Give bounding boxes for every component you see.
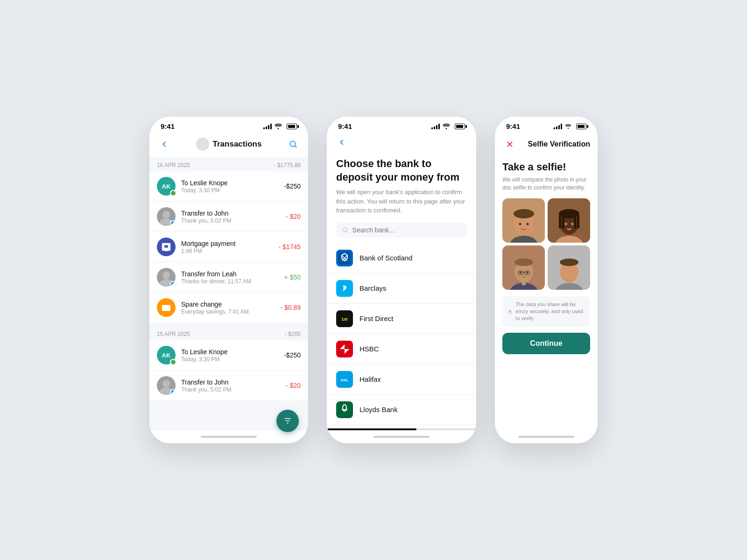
list-item[interactable]: Lloyds Bank [327,395,476,425]
transaction-name: To Leslie Knope [181,179,278,187]
svg-rect-5 [164,245,168,248]
transaction-info: Spare change Everyday savings, 7:41 AM [181,301,275,315]
transaction-name: To Leslie Knope [181,348,278,356]
time-display-1: 9:41 [161,122,175,130]
transaction-amount: - $1745 [279,243,301,251]
avatar-badge [170,389,176,395]
transaction-desc: 1:46 PM [181,248,273,254]
avatar-card-2 [548,198,590,243]
page-title-1: Transactions [213,140,262,149]
bank-list: Bank of Scotland Barclays [327,243,476,428]
transaction-desc: Everyday savings, 7:41 AM [181,308,275,315]
transaction-name: Transfer from Leah [181,270,279,278]
search-input[interactable] [352,226,461,234]
wifi-icon-3 [565,124,571,129]
transaction-list-1: AK To Leslie Knope Today, 3:30 PM -$250 [149,171,308,322]
list-item[interactable]: HAL Halifax [327,364,476,395]
avatar [157,268,176,287]
security-notice: The data you share will be encry securel… [502,296,590,327]
bank-logo-firstdirect: 1st [336,310,353,327]
nav-back-2 [327,133,476,150]
selfie-subtitle: We will compare the photo in your doc se… [502,176,590,192]
bank-logo-barclays [336,280,353,297]
continue-button[interactable]: Continue [502,333,590,354]
section-header-2: 15 APR 2025 - $265 [149,326,308,340]
bank-chooser-title: Choose the bank to deposit your money fr… [336,157,467,184]
svg-point-6 [162,272,170,279]
svg-point-43 [514,209,534,218]
selfie-main-title: Take a selfie! [502,161,590,173]
svg-point-60 [514,259,533,266]
phone-bank-chooser: 9:41 [327,117,476,443]
svg-text:HAL: HAL [341,378,349,382]
selfie-title: Selfie Verification [528,140,590,148]
signal-icon-3 [554,124,562,129]
status-icons-2 [431,124,465,129]
avatar: AK [157,177,176,196]
nav-header-1: Transactions [149,133,308,157]
signal-icon [263,124,272,129]
bank-logo-hsbc [336,341,353,357]
list-item[interactable]: Bank of Scotland [327,243,476,273]
svg-point-65 [526,272,528,273]
wifi-icon [275,124,282,129]
transactions-content: 16 APR 2025 - $1775.88 AK To Leslie Knop… [149,157,308,430]
close-button[interactable] [502,137,517,152]
section-date-2: 15 APR 2025 [157,331,190,337]
phone-transactions: 9:41 [149,117,308,443]
table-row: Transfer from Leah Thanks for dinner, 11… [149,262,308,293]
bank-logo-halifax: HAL [336,371,353,388]
svg-point-41 [510,236,538,243]
back-button-2[interactable] [334,135,349,150]
avatar-badge [170,359,176,365]
status-icons-3 [554,124,586,129]
selfie-header: Selfie Verification [495,133,598,155]
transaction-amount: - $0.89 [280,304,301,311]
search-bar [336,223,467,238]
signal-icon-2 [431,124,440,129]
table-row: Spare change Everyday savings, 7:41 AM -… [149,293,308,322]
list-item[interactable]: 1st First Direct [327,304,476,334]
filter-fab[interactable] [276,410,299,432]
bank-name-barclays: Barclays [359,284,387,292]
transaction-amount: + $50 [284,273,301,281]
svg-text:1st: 1st [341,317,347,322]
transaction-info: To Leslie Knope Today, 3:30 PM [181,179,278,194]
transaction-amount: -$250 [284,351,301,359]
section-total-2: - $265 [285,331,301,337]
list-item[interactable]: Barclays [327,273,476,304]
transaction-desc: Thank you, 5:02 PM [181,386,280,393]
bank-logo-lloyds [336,401,353,418]
svg-rect-69 [508,311,511,313]
transaction-amount: - $20 [286,382,301,389]
phone-selfie: 9:41 [495,117,598,443]
avatar: AK [157,346,176,364]
svg-rect-8 [162,305,170,311]
status-bar-2: 9:41 [327,117,476,133]
bank-name-hsbc: HSBC [359,345,379,353]
transaction-list-2: AK To Leslie Knope Today, 3:30 PM -$250 [149,340,308,400]
search-icon-2 [342,226,349,234]
bank-name-bos: Bank of Scotland [359,254,412,262]
transaction-desc: Thank you, 5:02 PM [181,217,280,224]
time-display-2: 9:41 [338,122,352,130]
avatar [157,207,176,226]
search-button[interactable] [286,137,301,152]
selfie-avatar-grid [502,198,590,290]
transaction-desc: Today, 3:30 PM [181,356,278,363]
section-date-1: 16 APR 2025 [157,162,190,168]
svg-point-64 [520,272,521,273]
avatar-card-4 [548,245,590,290]
battery-icon [287,124,297,129]
transaction-name: Spare change [181,301,275,308]
list-item[interactable]: HSBC [327,334,476,364]
back-button-1[interactable] [157,137,172,152]
avatar-badge [170,220,176,226]
section-header-1: 16 APR 2025 - $1775.88 [149,157,308,171]
list-item[interactable]: M&S BANK M&S Bank [327,425,476,428]
wifi-icon-2 [443,124,450,129]
svg-point-14 [343,228,347,232]
avatar-badge [170,281,176,287]
transaction-name: Transfer to John [181,378,280,386]
svg-point-1 [162,211,170,218]
